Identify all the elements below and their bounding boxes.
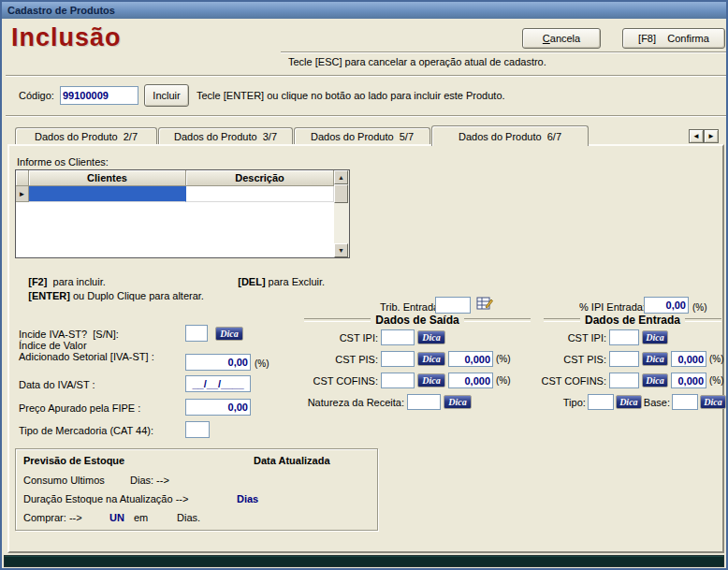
- cst-ipi-saida-input[interactable]: [381, 329, 415, 345]
- tipo-input[interactable]: [588, 394, 614, 410]
- cst-cofins-saida-dica-button[interactable]: Dica: [417, 373, 445, 387]
- cst-pis-entrada-row: CST PIS: Dica (%): [539, 348, 726, 370]
- pis-entrada-pct-label: (%): [709, 354, 724, 364]
- dados-saida-title: Dados de Saída: [299, 314, 535, 327]
- tipo-dica-button[interactable]: Dica: [616, 395, 642, 409]
- dados-saida-group: Dados de Saída CST IPI: Dica CST PIS: Di…: [299, 314, 535, 413]
- cst-ipi-entrada-row: CST IPI: Dica: [539, 327, 726, 348]
- incide-iva-input[interactable]: [185, 325, 208, 342]
- tab-dados-produto-5[interactable]: Dados do Produto 5/7: [294, 127, 430, 144]
- titlebar: Cadastro de Produtos: [2, 2, 726, 19]
- confirm-button[interactable]: [F8] Confirma: [622, 28, 725, 49]
- data-atualizada-label: Data Atualizada: [254, 455, 330, 467]
- pis-entrada-pct-input[interactable]: [671, 351, 706, 367]
- tab-dados-produto-3[interactable]: Dados do Produto 3/7: [158, 127, 293, 144]
- tab-dados-produto-2[interactable]: Dados do Produto 2/7: [15, 127, 157, 144]
- cst-ipi-saida-row: CST IPI: Dica: [299, 327, 535, 348]
- base-label: Base:: [644, 397, 670, 408]
- data-iva-label: Data do IVA/ST :: [19, 379, 95, 391]
- cancel-button-label: C: [543, 33, 550, 44]
- cst-cofins-entrada-input[interactable]: [609, 373, 639, 388]
- cst-pis-saida-row: CST PIS: Dica (%): [299, 348, 535, 370]
- mercadoria-input[interactable]: [185, 421, 210, 438]
- enter-hint: [ENTER] ou Duplo Clique para alterar.: [17, 278, 204, 302]
- ipi-pct-label: (%): [692, 301, 707, 314]
- duracao-label: Duração Estoque na Atualização -->: [23, 493, 188, 505]
- mode-title: Inclusão: [11, 24, 122, 51]
- comprar-label: Comprar: -->: [23, 512, 82, 524]
- data-iva-input[interactable]: [185, 375, 251, 392]
- natureza-receita-dica-button[interactable]: Dica: [444, 395, 472, 409]
- tipo-label: Tipo:: [563, 397, 586, 408]
- cst-pis-saida-input[interactable]: [381, 351, 415, 367]
- tab-scroll-right-button[interactable]: ►: [704, 129, 719, 143]
- dados-entrada-title: Dados de Entrada: [539, 314, 726, 327]
- mercadoria-label: Tipo de Mercadoria (CAT 44):: [19, 425, 153, 437]
- duracao-dias-value: Dias: [237, 493, 258, 505]
- divider: [281, 51, 726, 53]
- cofins-saida-pct-label: (%): [496, 375, 511, 386]
- cst-ipi-saida-dica-button[interactable]: Dica: [417, 330, 445, 344]
- natureza-receita-input[interactable]: [407, 394, 441, 410]
- row-selector-icon: ►: [19, 190, 26, 198]
- grid-selector-header: [16, 170, 29, 186]
- indice-valor-input[interactable]: [185, 354, 251, 371]
- divider: [6, 75, 726, 77]
- grid-column-header-clientes[interactable]: Clientes: [29, 170, 186, 186]
- estoque-title: Previsão de Estoque: [23, 455, 124, 467]
- trib-entrada-input[interactable]: [435, 297, 471, 314]
- fipe-input[interactable]: [185, 399, 251, 416]
- base-input[interactable]: [672, 394, 698, 410]
- natureza-receita-label: Natureza da Receita:: [299, 397, 404, 408]
- cst-ipi-entrada-dica-button[interactable]: Dica: [642, 330, 668, 344]
- consumo-dias-label: Dias: -->: [130, 475, 169, 487]
- base-dica-button[interactable]: Dica: [700, 395, 726, 409]
- scroll-thumb[interactable]: [334, 184, 348, 203]
- cst-cofins-entrada-dica-button[interactable]: Dica: [642, 373, 668, 387]
- incluir-button[interactable]: Incluir: [144, 84, 189, 107]
- scroll-up-button[interactable]: ▲: [334, 170, 348, 184]
- cofins-entrada-pct-input[interactable]: [671, 373, 706, 388]
- indice-pct-label: (%): [255, 358, 269, 370]
- grid-cell-descricao[interactable]: [186, 186, 334, 202]
- tab-dados-produto-6[interactable]: Dados do Produto 6/7: [431, 125, 589, 146]
- scroll-down-button[interactable]: ▼: [334, 243, 348, 257]
- estoque-panel: Previsão de Estoque Data Atualizada Cons…: [15, 448, 378, 531]
- del-hint: [DEL] para Excluir.: [226, 264, 325, 288]
- cst-ipi-entrada-label: CST IPI:: [539, 332, 606, 343]
- grid-column-header-descricao[interactable]: Descrição: [186, 170, 334, 186]
- trib-entrada-lookup-icon: [476, 296, 493, 313]
- cst-pis-saida-dica-button[interactable]: Dica: [417, 352, 445, 366]
- grid-row-selector[interactable]: ►: [16, 186, 29, 202]
- comprar-un-value: UN: [109, 512, 124, 524]
- informe-clientes-label: Informe os Clientes:: [17, 156, 109, 168]
- cst-pis-entrada-input[interactable]: [609, 351, 639, 367]
- divider: [6, 115, 726, 117]
- scroll-up-icon: ▲: [338, 174, 344, 181]
- grid-cell-clientes[interactable]: [29, 186, 186, 202]
- codigo-input[interactable]: [60, 86, 138, 105]
- comprar-em-label: em: [134, 512, 148, 524]
- codigo-label: Código:: [19, 90, 54, 102]
- cst-cofins-entrada-label: CST COFINS:: [539, 375, 606, 387]
- pis-saida-pct-input[interactable]: [448, 351, 493, 367]
- tab-scroll-left-icon: ◄: [692, 132, 700, 140]
- cst-cofins-saida-row: CST COFINS: Dica (%): [299, 370, 535, 391]
- cst-cofins-entrada-row: CST COFINS: Dica (%): [539, 370, 726, 391]
- trib-entrada-lookup-button[interactable]: [474, 295, 495, 314]
- fipe-label: Preço Apurado pela FIPE :: [19, 402, 140, 415]
- trib-entrada-label: Trib. Entrada:: [380, 301, 442, 314]
- ipi-entrada-input[interactable]: [644, 297, 689, 314]
- comprar-dias-label: Dias.: [177, 512, 200, 524]
- tab-scroll-left-button[interactable]: ◄: [689, 129, 704, 143]
- cofins-saida-pct-input[interactable]: [448, 373, 493, 388]
- cst-pis-entrada-dica-button[interactable]: Dica: [642, 352, 668, 366]
- codigo-hint: Tecle [ENTER] ou clique no botão ao lado…: [197, 90, 505, 102]
- cst-cofins-saida-input[interactable]: [381, 373, 415, 388]
- cst-ipi-entrada-input[interactable]: [609, 329, 639, 345]
- grid-scrollbar[interactable]: ▲ ▼: [334, 170, 349, 257]
- cancel-button[interactable]: Cancela: [522, 28, 601, 49]
- incide-iva-dica-button[interactable]: Dica: [215, 327, 243, 341]
- indice-valor-label-2: Adicionado Setorial [IVA-ST] :: [19, 351, 154, 363]
- cofins-entrada-pct-label: (%): [709, 375, 724, 386]
